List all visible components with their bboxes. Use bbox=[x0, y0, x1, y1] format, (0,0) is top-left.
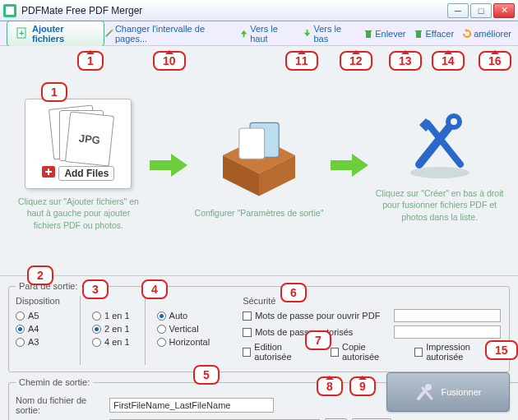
check-copy[interactable]: Copie autorisée bbox=[331, 342, 400, 362]
page-size-group: Disposition A5 A4 A3 bbox=[16, 296, 65, 365]
check-auth-password[interactable]: Mots de passe autorisés bbox=[243, 325, 502, 339]
arrow-right-icon bbox=[150, 154, 187, 177]
arrow-down-icon bbox=[303, 29, 312, 39]
wand-icon bbox=[104, 29, 113, 39]
minimize-button[interactable]: ─ bbox=[447, 3, 469, 18]
file-stack-icon: PDF JPG bbox=[41, 107, 115, 164]
svg-point-17 bbox=[425, 384, 432, 390]
callout-6: 6 bbox=[280, 283, 307, 302]
move-down-link[interactable]: Vers le bas bbox=[303, 24, 355, 44]
refresh-icon bbox=[462, 29, 472, 39]
svg-rect-8 bbox=[415, 30, 422, 32]
toolbar-links: Changer l'intervalle de pages... Vers le… bbox=[104, 24, 511, 44]
svg-rect-6 bbox=[365, 30, 372, 32]
svg-rect-13 bbox=[239, 128, 265, 159]
auth-password-input[interactable] bbox=[394, 325, 501, 339]
step-2-caption: Configurer "Paramètres de sortie" bbox=[195, 207, 324, 219]
window-controls: ─ □ ✕ bbox=[447, 3, 515, 18]
add-files-panel-footer: Add Files bbox=[42, 164, 114, 181]
radio-a4[interactable]: A4 bbox=[16, 324, 65, 334]
radio-2in1[interactable]: 2 en 1 bbox=[92, 324, 130, 334]
improve-link[interactable]: améliorer bbox=[462, 24, 511, 44]
arrow-up-icon bbox=[239, 29, 248, 39]
add-files-icon: + bbox=[16, 26, 29, 41]
svg-rect-7 bbox=[416, 31, 421, 38]
clear-link[interactable]: Effacer bbox=[414, 24, 454, 44]
callout-7: 7 bbox=[305, 330, 331, 350]
radio-auto[interactable]: Auto bbox=[157, 311, 210, 321]
close-button[interactable]: ✕ bbox=[493, 3, 515, 18]
main-steps-area: PDF JPG Add Files Cliquez sur "Ajouter f… bbox=[0, 46, 518, 276]
maximize-button[interactable]: □ bbox=[470, 3, 492, 18]
radio-1in1[interactable]: 1 en 1 bbox=[92, 311, 130, 321]
svg-rect-5 bbox=[366, 31, 371, 38]
output-name-label: Nom du fichier de sortie: bbox=[16, 395, 104, 415]
add-files-button[interactable]: + Ajouter fichiers bbox=[7, 21, 104, 47]
sheet-jpg: JPG bbox=[65, 112, 114, 167]
trash-icon bbox=[414, 29, 423, 39]
orientation-group: Auto Vertical Horizontal bbox=[145, 296, 210, 365]
svg-rect-1 bbox=[6, 7, 14, 15]
window-title: PDFMate Free PDF Merger bbox=[21, 5, 142, 16]
output-path-legend: Chemin de sortie: bbox=[16, 377, 93, 387]
callout-10: 10 bbox=[153, 51, 186, 71]
svg-rect-11 bbox=[45, 171, 52, 173]
step-3: Cliquez sur "Créer" en bas à droit pour … bbox=[374, 107, 506, 223]
radio-a3[interactable]: A3 bbox=[16, 337, 65, 347]
svg-point-4 bbox=[111, 29, 113, 31]
callout-15: 15 bbox=[485, 340, 518, 360]
callout-3: 3 bbox=[82, 279, 109, 299]
callout-1b: 1 bbox=[41, 82, 67, 102]
toolbar: + Ajouter fichiers Changer l'intervalle … bbox=[0, 21, 518, 46]
wrench-icon bbox=[415, 382, 435, 402]
svg-point-14 bbox=[410, 167, 469, 178]
title-bar: PDFMate Free PDF Merger ─ □ ✕ bbox=[0, 0, 518, 21]
callout-13: 13 bbox=[389, 51, 422, 71]
disposition-label: Disposition bbox=[16, 296, 65, 306]
layout-groups: Disposition A5 A4 A3 1 en 1 2 en 1 4 en … bbox=[16, 296, 210, 365]
radio-horizontal[interactable]: Horizontal bbox=[157, 337, 210, 347]
app-icon bbox=[3, 4, 16, 17]
step-1-caption: Cliquez sur "Ajouter fichiers" en haut à… bbox=[12, 196, 144, 231]
plus-badge-icon bbox=[42, 166, 55, 179]
callout-12: 12 bbox=[340, 51, 372, 71]
svg-text:+: + bbox=[19, 28, 24, 38]
check-open-password[interactable]: Mots de passe pour ouvrir PDF bbox=[243, 309, 502, 322]
settings-box-icon bbox=[214, 110, 304, 201]
output-name-input[interactable] bbox=[109, 398, 274, 413]
step-2: Configurer "Paramètres de sortie" bbox=[193, 110, 325, 219]
callout-8: 8 bbox=[317, 376, 343, 396]
change-page-range-link[interactable]: Changer l'intervalle de pages... bbox=[104, 24, 231, 44]
remove-link[interactable]: Enlever bbox=[363, 24, 405, 44]
move-up-link[interactable]: Vers le haut bbox=[239, 24, 294, 44]
tools-icon bbox=[403, 107, 477, 181]
callout-2: 2 bbox=[27, 265, 53, 285]
merge-button[interactable]: Fusionner bbox=[386, 372, 510, 412]
open-password-input[interactable] bbox=[394, 309, 501, 322]
step-1: PDF JPG Add Files Cliquez sur "Ajouter f… bbox=[12, 99, 144, 231]
security-group: Sécurité Mots de passe pour ouvrir PDF M… bbox=[243, 296, 502, 365]
callout-11: 11 bbox=[285, 51, 318, 71]
merge-button-label: Fusionner bbox=[442, 387, 482, 397]
add-files-panel[interactable]: PDF JPG Add Files bbox=[25, 99, 132, 189]
arrow-right-icon bbox=[331, 154, 368, 177]
svg-point-16 bbox=[451, 118, 457, 125]
trash-icon bbox=[363, 29, 373, 39]
radio-a5[interactable]: A5 bbox=[16, 311, 65, 321]
add-files-label: Ajouter fichiers bbox=[32, 24, 95, 44]
callout-4: 4 bbox=[141, 279, 168, 299]
radio-4in1[interactable]: 4 en 1 bbox=[92, 337, 130, 347]
callout-14: 14 bbox=[432, 51, 465, 71]
step-3-caption: Cliquez sur "Créer" en bas à droit pour … bbox=[374, 187, 506, 223]
callout-5: 5 bbox=[193, 365, 220, 385]
callout-1: 1 bbox=[77, 51, 104, 71]
nup-group: 1 en 1 2 en 1 4 en 1 bbox=[80, 296, 130, 365]
radio-vertical[interactable]: Vertical bbox=[157, 324, 210, 334]
permissions-row: Edition autorisée Copie autorisée Impres… bbox=[243, 342, 502, 365]
callout-16: 16 bbox=[479, 51, 511, 71]
callout-9: 9 bbox=[349, 376, 376, 396]
